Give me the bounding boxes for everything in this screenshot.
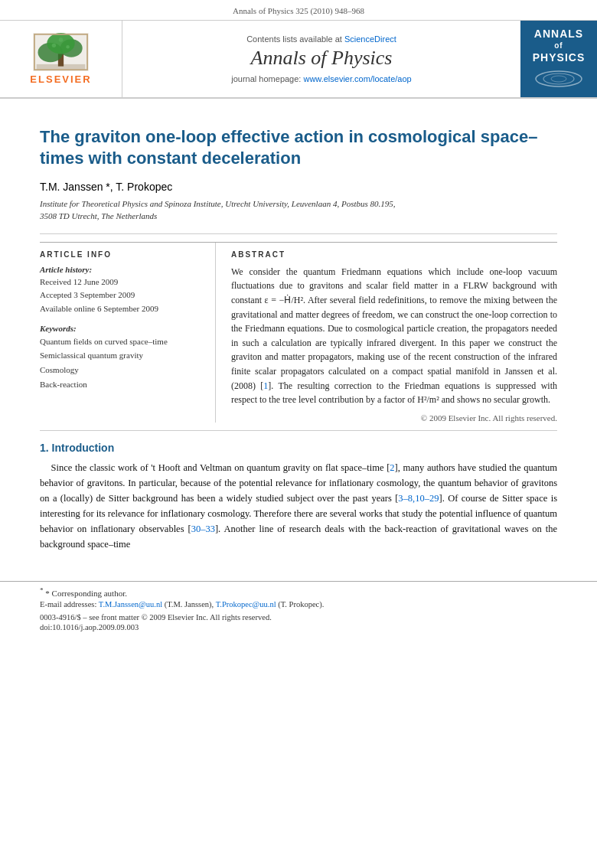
- accepted-date: Accepted 3 September 2009: [40, 289, 200, 302]
- keyword-2: Semiclassical quantum gravity: [40, 348, 200, 363]
- online-date: Available online 6 September 2009: [40, 302, 200, 316]
- elsevier-logo-block: ELSEVIER: [0, 21, 122, 97]
- article-info-column: ARTICLE INFO Article history: Received 1…: [40, 243, 216, 423]
- email1-link[interactable]: T.M.Janssen@uu.nl: [99, 600, 162, 609]
- copyright-line: © 2009 Elsevier Inc. All rights reserved…: [231, 413, 557, 423]
- section-heading: Introduction: [52, 442, 115, 454]
- info-abstract-columns: ARTICLE INFO Article history: Received 1…: [40, 242, 557, 423]
- annals-line2: of: [532, 41, 586, 51]
- elsevier-tree-icon: [32, 33, 90, 71]
- received-date: Received 12 June 2009: [40, 276, 200, 289]
- elsevier-logo: ELSEVIER: [30, 33, 91, 85]
- email-label: E-mail addresses:: [40, 600, 99, 609]
- contents-line: Contents lists available at ScienceDirec…: [246, 34, 396, 44]
- keyword-1: Quantum fields on curved space–time: [40, 334, 200, 349]
- corresponding-text: * Corresponding author.: [45, 588, 127, 597]
- journal-url: journal homepage: www.elsevier.com/locat…: [231, 74, 411, 83]
- sciencedirect-link[interactable]: ScienceDirect: [344, 34, 396, 44]
- svg-point-8: [59, 38, 63, 41]
- author1-text: (T.M. Janssen),: [162, 600, 216, 609]
- keyword-4: Back-reaction: [40, 377, 200, 392]
- article-info-header: ARTICLE INFO: [40, 250, 200, 259]
- abstract-column: ABSTRACT We consider the quantum Friedma…: [216, 243, 557, 423]
- article-title: The graviton one-loop effective action i…: [40, 126, 557, 170]
- article-history-block: Article history: Received 12 June 2009 A…: [40, 265, 200, 316]
- ref-3-8-link[interactable]: 3–8,10–29: [398, 493, 439, 504]
- issn-line: 0003-4916/$ – see front matter © 2009 El…: [40, 613, 557, 622]
- ref-2-link[interactable]: 2: [390, 462, 394, 473]
- annals-badge-block: ANNALS of PHYSICS: [520, 21, 597, 97]
- svg-point-5: [47, 33, 74, 54]
- affiliation-line1: Institute for Theoretical Physics and Sp…: [40, 199, 396, 208]
- affiliation-line2: 3508 TD Utrecht, The Netherlands: [40, 211, 157, 220]
- keyword-3: Cosmology: [40, 363, 200, 377]
- affiliation: Institute for Theoretical Physics and Sp…: [40, 197, 557, 223]
- annals-line3: PHYSICS: [532, 51, 586, 64]
- keywords-list: Quantum fields on curved space–time Semi…: [40, 334, 200, 392]
- history-label: Article history:: [40, 265, 200, 274]
- introduction-section-title: 1. Introduction: [40, 442, 557, 454]
- svg-point-11: [543, 73, 574, 84]
- section-number: 1.: [40, 442, 49, 454]
- url-prefix: journal homepage:: [231, 74, 303, 83]
- corresponding-author-note: * * Corresponding author.: [40, 586, 557, 598]
- annals-line1: ANNALS: [532, 27, 586, 41]
- abstract-header: ABSTRACT: [231, 250, 557, 259]
- divider-after-affiliation: [40, 233, 557, 234]
- abstract-text: We consider the quantum Friedmann equati…: [231, 265, 557, 407]
- introduction-paragraph1: Since the classic work of 't Hooft and V…: [40, 460, 557, 552]
- journal-title-main: Annals of Physics: [251, 47, 393, 70]
- email-footnote: E-mail addresses: T.M.Janssen@uu.nl (T.M…: [40, 599, 557, 612]
- journal-header: ELSEVIER Contents lists available at Sci…: [0, 21, 597, 99]
- email2-link[interactable]: T.Prokopec@uu.nl: [216, 600, 276, 609]
- top-citation: Annals of Physics 325 (2010) 948–968: [0, 0, 597, 21]
- annals-badge: ANNALS of PHYSICS: [532, 27, 586, 91]
- doi-line: doi:10.1016/j.aop.2009.09.003: [40, 623, 557, 631]
- author-names: T.M. Janssen *, T. Prokopec: [40, 181, 172, 193]
- page-footer: * * Corresponding author. E-mail address…: [0, 581, 597, 636]
- elsevier-wordmark: ELSEVIER: [30, 73, 91, 85]
- author2-text: (T. Prokopec).: [276, 600, 325, 609]
- keywords-label: Keywords:: [40, 324, 200, 333]
- contents-prefix: Contents lists available at: [246, 34, 344, 44]
- main-content: The graviton one-loop effective action i…: [0, 99, 597, 573]
- bottom-divider: [40, 430, 557, 431]
- annals-wave-icon: [532, 69, 586, 90]
- ref-30-33-link[interactable]: 30–33: [191, 524, 215, 534]
- citation-text: Annals of Physics 325 (2010) 948–968: [233, 6, 364, 15]
- svg-point-7: [66, 45, 70, 49]
- header-center: Contents lists available at ScienceDirec…: [122, 21, 520, 97]
- journal-url-link[interactable]: www.elsevier.com/locate/aop: [303, 74, 411, 83]
- abstract-paragraph: We consider the quantum Friedmann equati…: [231, 265, 557, 407]
- page: Annals of Physics 325 (2010) 948–968: [0, 0, 597, 868]
- authors-line: T.M. Janssen *, T. Prokopec: [40, 181, 557, 193]
- ref-1-link[interactable]: 1: [263, 380, 268, 391]
- svg-point-12: [551, 76, 566, 82]
- svg-point-6: [52, 43, 56, 47]
